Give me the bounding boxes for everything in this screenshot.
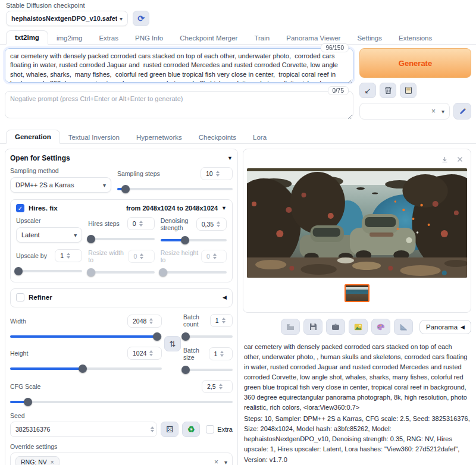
resize-width-input[interactable]: 0 [128,250,154,263]
tab-generation[interactable]: Generation [6,130,60,144]
spinner-icon[interactable] [67,252,70,259]
tab-hypernetworks[interactable]: Hypernetworks [128,131,190,144]
sampling-steps-input[interactable]: 10 [201,167,233,180]
cfg-scale-slider[interactable] [10,398,233,406]
clear-styles-icon[interactable]: × [431,107,436,115]
sampling-method-dropdown[interactable]: DPM++ 2S a Karras ▾ [10,177,111,193]
override-chip-rng-nv[interactable]: RNG: NV × [15,456,60,465]
tab-png-info[interactable]: PNG Info [127,32,171,45]
random-seed-button[interactable]: ⚄ [161,422,178,437]
spinner-icon[interactable] [151,426,154,433]
refiner-checkbox[interactable] [16,293,24,301]
resize-height-input[interactable]: 0 [201,250,227,263]
tab-textual-inversion[interactable]: Textual Inversion [60,131,128,144]
tab-checkpoints[interactable]: Checkpoints [190,131,245,144]
upscale-by-slider[interactable] [16,267,82,275]
tab-settings[interactable]: Settings [349,32,390,45]
sampling-method-value: DPM++ 2S a Karras [15,181,74,188]
upscaler-dropdown[interactable]: Latent ▾ [16,227,82,243]
tab-lora[interactable]: Lora [245,131,275,144]
height-input[interactable]: 1024 [127,347,162,360]
override-settings-label: Override settings [10,443,233,450]
spinner-icon[interactable] [149,350,153,357]
dimensions-section: Width 2048 Height 1024 [10,313,233,374]
override-settings-dropdown[interactable]: RNG: NV × × ▾ [10,453,233,465]
spinner-icon[interactable] [216,170,220,177]
hires-fix-checkbox[interactable]: ✓ [16,204,24,212]
card-icon [405,86,412,95]
clear-prompt-button[interactable] [380,83,396,98]
hires-steps-input[interactable]: 0 [127,217,155,230]
generate-button[interactable]: Generate [359,48,471,78]
tab-extensions[interactable]: Extensions [390,32,440,45]
extra-seed-toggle[interactable]: Extra [206,425,233,433]
sampling-steps-slider[interactable] [117,185,233,193]
batch-count-input[interactable]: 1 [210,314,233,327]
extra-networks-button[interactable] [400,83,416,98]
spinner-icon[interactable] [217,221,220,228]
upscale-by-input[interactable]: 1 [55,249,82,262]
batch-count-slider[interactable] [183,332,233,341]
extra-seed-checkbox[interactable] [206,425,214,433]
edit-styles-button[interactable] [453,103,471,120]
hires-fix-checkbox-row[interactable]: ✓ Hires. fix [16,204,58,212]
spinner-icon[interactable] [222,317,226,324]
open-for-settings-header[interactable]: Open for Settings ▼ [10,154,233,162]
tab-txt2img[interactable]: txt2img [6,30,48,45]
result-column: Panorama ◀ car cemetery with densely pac… [243,144,471,465]
styles-dropdown[interactable]: × ▾ [359,103,450,120]
reuse-seed-button[interactable]: ♻ [182,422,200,437]
tab-img2img[interactable]: img2img [48,32,90,45]
caret-down-icon: ▾ [103,182,106,188]
gallery-thumbnail-selected[interactable] [345,284,369,302]
tab-train[interactable]: Train [246,32,278,45]
width-input[interactable]: 2048 [127,315,162,328]
accordion-closed-icon: ◀ [461,324,465,330]
tab-extras[interactable]: Extras [90,32,127,45]
spinner-icon [213,253,217,260]
paste-generation-params-button[interactable]: ↙ [359,83,376,98]
close-image-button[interactable] [454,154,466,165]
generation-settings-column: Open for Settings ▼ Sampling method DPM+… [0,144,238,465]
hires-resolution-summary[interactable]: from 2048x1024 to 2048x1024 ▼ [126,205,227,212]
cfg-scale-input[interactable]: 2,5 [202,380,233,393]
clear-overrides-icon[interactable]: × [214,458,218,465]
open-folder-button[interactable] [281,319,300,335]
send-to-extras-button[interactable] [394,319,413,335]
spinner-icon[interactable] [139,220,143,227]
height-slider[interactable] [10,365,162,373]
send-to-img2img-button[interactable] [349,319,368,335]
denoising-strength-input[interactable]: 0,35 [196,218,227,231]
download-image-button[interactable] [439,154,450,165]
generated-panorama-image[interactable] [247,168,467,278]
batch-size-slider[interactable] [183,366,233,374]
spinner-icon[interactable] [219,383,223,390]
checkpoint-bar: Stable Diffusion checkpoint hephaistosNe… [0,0,476,26]
prompt-input[interactable]: car cemetery with densely packed corrode… [5,48,353,83]
swap-dimensions-button[interactable]: ⇅ [164,336,181,351]
override-chip-label: RNG: NV [21,458,47,465]
send-to-inpaint-button[interactable] [371,319,390,335]
sampling-steps-label: Sampling steps [117,170,160,177]
batch-size-input[interactable]: 1 [209,347,233,360]
save-image-button[interactable] [303,319,322,335]
denoising-strength-slider[interactable] [161,236,227,244]
tab-panorama-viewer[interactable]: Panorama Viewer [278,32,349,45]
width-slider[interactable] [10,332,162,341]
spinner-icon[interactable] [220,350,224,357]
save-zip-button[interactable] [326,319,345,335]
seed-input[interactable]: 3825316376 [10,422,157,437]
refresh-checkpoint-button[interactable]: ⟳ [133,11,149,26]
refiner-section[interactable]: Refiner ◀ [10,288,233,307]
width-label: Width [10,318,26,325]
negative-prompt-input[interactable] [5,91,353,118]
spinner-icon[interactable] [149,318,153,325]
panorama-accordion[interactable]: Panorama ◀ [419,320,471,334]
checkpoint-dropdown[interactable]: hephaistosNextgenDPO_v10.safetensors [a3… [6,11,128,26]
download-icon [441,156,448,163]
resize-width-label: Resize width to [88,249,128,263]
remove-chip-icon[interactable]: × [51,459,54,465]
resize-width-slider [88,268,154,277]
tab-checkpoint-merger[interactable]: Checkpoint Merger [171,32,246,45]
hires-steps-slider[interactable] [88,235,154,243]
